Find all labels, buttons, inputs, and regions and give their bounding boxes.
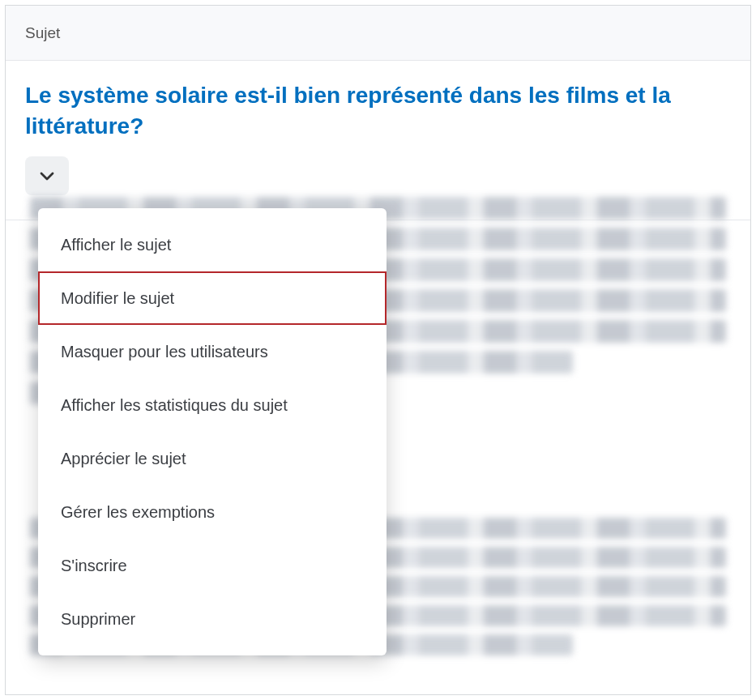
topic-title[interactable]: Le système solaire est-il bien représent… [25,80,731,142]
menu-item-edit-topic[interactable]: Modifier le sujet [38,271,387,325]
menu-item-view-stats[interactable]: Afficher les statistiques du sujet [38,378,387,432]
chevron-down-icon [37,166,57,186]
window-frame: Sujet Le système solaire est-il bien rep… [5,5,751,695]
menu-item-appreciate-topic[interactable]: Apprécier le sujet [38,432,387,485]
topic-actions-menu: Afficher le sujet Modifier le sujet Masq… [38,208,387,655]
menu-item-delete[interactable]: Supprimer [38,592,387,646]
topic-actions-toggle[interactable] [25,156,69,195]
menu-item-view-topic[interactable]: Afficher le sujet [38,218,387,271]
section-header-label: Sujet [25,24,60,42]
section-header: Sujet [6,6,750,61]
menu-item-subscribe[interactable]: S'inscrire [38,539,387,592]
menu-item-hide-for-users[interactable]: Masquer pour les utilisateurs [38,325,387,378]
menu-item-manage-exemptions[interactable]: Gérer les exemptions [38,485,387,539]
